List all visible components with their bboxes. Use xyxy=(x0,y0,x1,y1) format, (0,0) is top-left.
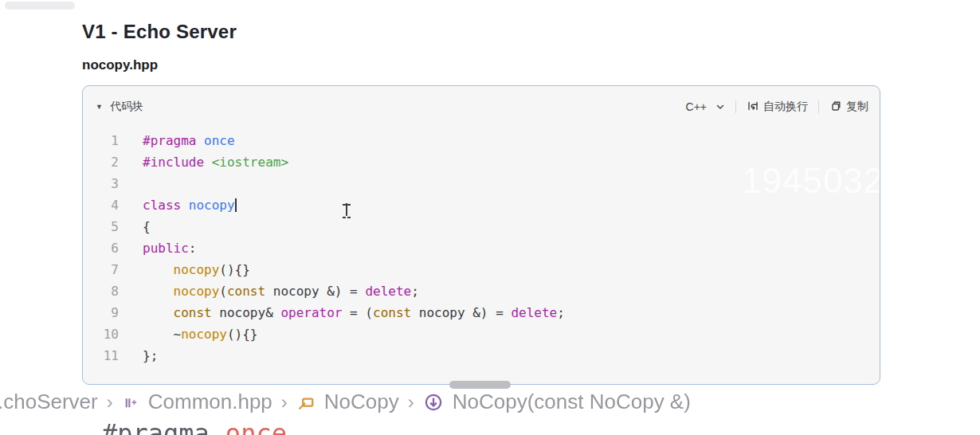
scrollbar-fragment xyxy=(5,2,75,10)
watermark: 1945032 xyxy=(742,161,880,201)
line-number: 7 xyxy=(83,259,119,280)
class-icon xyxy=(296,393,316,412)
ide-code-line: #pragmaonce xyxy=(102,418,287,435)
cpp-file-icon xyxy=(122,394,139,411)
toolbar-divider xyxy=(818,100,819,113)
code-line: 10 ~nocopy(){} xyxy=(83,323,880,345)
copy-button[interactable]: 复制 xyxy=(829,100,868,115)
code-block-header: ▼ 代码块 C++ 自动换行 xyxy=(83,86,880,121)
code-line: 6public: xyxy=(83,237,880,259)
word-wrap-label: 自动换行 xyxy=(763,100,808,114)
line-number: 11 xyxy=(83,345,119,366)
breadcrumb-item-project[interactable]: .choServer xyxy=(0,390,98,414)
code-text: #pragma once xyxy=(143,130,235,151)
line-number: 8 xyxy=(83,280,119,302)
code-text: nocopy(const nocopy &) = delete; xyxy=(143,280,419,302)
method-icon xyxy=(423,392,444,413)
line-number: 4 xyxy=(83,194,119,216)
code-line: 5{ xyxy=(83,216,880,237)
word-wrap-button[interactable]: 自动换行 xyxy=(747,100,808,115)
code-text: #include <iostream> xyxy=(143,151,288,173)
code-line: 9 const nocopy& operator = (const nocopy… xyxy=(83,302,880,323)
page-title: V1 - Echo Server xyxy=(82,21,237,43)
collapse-triangle-icon[interactable]: ▼ xyxy=(96,103,103,111)
code-line: 7 nocopy(){} xyxy=(83,259,880,280)
code-block-card: ▼ 代码块 C++ 自动换行 xyxy=(82,85,880,385)
line-number: 3 xyxy=(83,173,119,194)
mouse-cursor-ibeam xyxy=(342,202,351,217)
language-label: C++ xyxy=(686,100,707,113)
breadcrumb-separator: › xyxy=(107,391,113,413)
ide-background-strip: .choServer › Common.hpp › NoCopy › NoCop… xyxy=(0,390,980,414)
breadcrumb-item-class[interactable]: NoCopy xyxy=(324,390,399,414)
resize-handle[interactable] xyxy=(449,381,511,389)
code-text: nocopy(){} xyxy=(143,259,250,280)
text-caret xyxy=(235,198,237,212)
breadcrumb: .choServer › Common.hpp › NoCopy › NoCop… xyxy=(0,390,980,414)
code-block-toolbar: C++ 自动换行 xyxy=(686,100,868,115)
breadcrumb-item-file[interactable]: Common.hpp xyxy=(148,390,272,414)
ide-once-token: once xyxy=(225,418,287,435)
breadcrumb-separator: › xyxy=(408,391,414,413)
code-block-header-left: ▼ 代码块 xyxy=(96,100,143,114)
copy-icon xyxy=(829,100,842,115)
code-text: class nocopy xyxy=(143,194,237,216)
code-line: 8 nocopy(const nocopy &) = delete; xyxy=(83,280,880,302)
ide-pragma-token: #pragma xyxy=(102,418,210,435)
line-number: 9 xyxy=(83,302,119,323)
code-text: { xyxy=(143,216,151,237)
code-text: }; xyxy=(143,345,158,366)
copy-label: 复制 xyxy=(846,100,868,114)
code-text: ~nocopy(){} xyxy=(143,323,258,345)
word-wrap-icon xyxy=(747,100,759,115)
toolbar-divider xyxy=(735,100,736,113)
breadcrumb-item-method[interactable]: NoCopy(const NoCopy &) xyxy=(453,390,691,414)
line-number: 2 xyxy=(83,151,119,173)
breadcrumb-separator: › xyxy=(281,391,288,413)
line-number: 10 xyxy=(83,323,119,345)
code-text: const nocopy& operator = (const nocopy &… xyxy=(143,302,565,323)
language-selector[interactable]: C++ xyxy=(686,100,725,113)
code-block-label: 代码块 xyxy=(110,100,143,114)
chevron-down-icon xyxy=(715,102,725,112)
file-name-heading: nocopy.hpp xyxy=(82,57,158,73)
code-line: 11}; xyxy=(83,345,880,366)
line-number: 6 xyxy=(83,237,119,259)
line-number: 1 xyxy=(83,130,119,151)
code-line: 1#pragma once xyxy=(83,130,880,151)
line-number: 5 xyxy=(83,216,119,237)
code-text: public: xyxy=(143,237,196,259)
